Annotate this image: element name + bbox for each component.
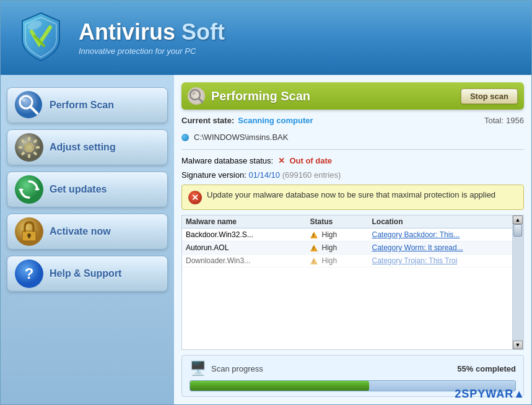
- total-value: 1956: [506, 116, 524, 125]
- out-of-date-text: Out of date: [289, 156, 332, 165]
- sidebar-item-adjust-setting[interactable]: Adjust setting: [7, 129, 168, 165]
- perform-scan-label: Perform Scan: [50, 100, 114, 111]
- header-text: Antivirus Soft Innovative protection for…: [79, 20, 225, 56]
- row2-name: Autorun.AOL: [186, 243, 310, 252]
- progress-bar-fill: [190, 381, 369, 391]
- progress-icon: 🖥️: [190, 360, 206, 377]
- app-window: – ✕: [0, 0, 532, 405]
- table-header: Malware name Status Location: [182, 216, 512, 229]
- help-icon: ?: [15, 259, 43, 288]
- table-row: Downloader.Win3... ! High Category Troja…: [182, 255, 512, 268]
- sig-version-row: Signature version: 01/14/10 (699160 entr…: [181, 170, 524, 180]
- app-logo: [13, 10, 69, 66]
- svg-rect-12: [28, 154, 30, 158]
- warning-box: ✕ Update your malware database now to be…: [181, 185, 524, 210]
- sidebar: Perform Scan: [1, 75, 174, 404]
- table-content: Malware name Status Location Backdoor.Wi…: [182, 216, 512, 349]
- divider-1: [181, 149, 524, 150]
- app-title: Antivirus Soft: [79, 20, 225, 45]
- get-updates-label: Get updates: [50, 184, 107, 195]
- row1-name: Backdoor.Win32.S...: [186, 230, 310, 239]
- row1-location[interactable]: Category Backdoor: This...: [372, 230, 497, 239]
- out-of-date-x: ✕: [278, 156, 285, 165]
- row3-location[interactable]: Category Trojan: This Troi: [372, 256, 497, 265]
- col-status: Status: [310, 217, 372, 226]
- scrollbar-down-btn[interactable]: ▼: [513, 341, 523, 349]
- scan-path-text: C:\WINDOWS\imsins.BAK: [194, 133, 288, 142]
- row2-location[interactable]: Category Worm: It spread...: [372, 243, 497, 252]
- activate-now-label: Activate now: [50, 226, 111, 237]
- gear-icon: [15, 133, 43, 162]
- current-state-value: Scanning computer: [238, 116, 313, 125]
- svg-text:?: ?: [25, 265, 34, 282]
- progress-label: Scan progress: [211, 364, 263, 373]
- sidebar-item-get-updates[interactable]: Get updates: [7, 172, 168, 207]
- progress-label-group: 🖥️ Scan progress: [190, 360, 263, 377]
- scan-path-row: C:\WINDOWS\imsins.BAK: [181, 131, 524, 143]
- table-row: Autorun.AOL ! High Category Worm: It spr…: [182, 242, 512, 255]
- current-state-row: Current state: Scanning computer Total: …: [181, 115, 524, 126]
- progress-percent-text: 55% completed: [457, 364, 516, 373]
- malware-db-status: Malware database status: ✕ Out of date: [181, 156, 524, 165]
- sig-version-value: 01/14/10: [248, 170, 280, 180]
- sig-entries: (699160 entries): [282, 170, 341, 180]
- row3-status: ! High: [310, 256, 372, 265]
- col-name: Malware name: [186, 217, 310, 226]
- scrollbar-up-btn[interactable]: ▲: [513, 216, 523, 224]
- adjust-setting-label: Adjust setting: [50, 142, 116, 153]
- sidebar-item-help-support[interactable]: ? Help & Support: [7, 256, 168, 292]
- watermark: 2SPYWAR▲: [455, 388, 525, 401]
- scan-path-indicator: [181, 134, 189, 141]
- svg-rect-8: [28, 137, 30, 141]
- main-content: Performing Scan Stop scan Current state:…: [174, 75, 531, 404]
- sidebar-item-perform-scan[interactable]: Perform Scan: [7, 87, 168, 123]
- current-state-label: Current state:: [181, 116, 234, 125]
- scan-bar-icon: [188, 87, 205, 105]
- app-header: Antivirus Soft Innovative protection for…: [1, 1, 531, 75]
- table-scrollbar[interactable]: ▲ ▼: [512, 216, 523, 349]
- magnifier-icon: [15, 91, 43, 120]
- row2-status: ! High: [310, 243, 372, 252]
- row3-name: Downloader.Win3...: [186, 256, 310, 265]
- malware-db-label: Malware database status:: [181, 156, 273, 165]
- svg-rect-10: [36, 146, 40, 149]
- refresh-icon: [15, 175, 43, 204]
- scan-title: Performing Scan: [211, 89, 461, 103]
- help-support-label: Help & Support: [50, 268, 121, 279]
- svg-rect-23: [28, 235, 30, 238]
- total-label: Total:: [484, 116, 504, 125]
- svg-point-4: [22, 98, 25, 102]
- sig-version-label: Signature version:: [181, 170, 246, 180]
- col-location: Location: [372, 217, 497, 226]
- svg-point-16: [25, 144, 33, 151]
- warning-text: Update your malware database now to be s…: [207, 190, 495, 199]
- sidebar-item-activate-now[interactable]: Activate now: [7, 214, 168, 250]
- progress-row: 🖥️ Scan progress 55% completed: [190, 360, 516, 377]
- svg-point-28: [193, 92, 196, 95]
- row1-status: ! High: [310, 230, 372, 239]
- lock-icon: [15, 217, 43, 246]
- table-row: Backdoor.Win32.S... ! High Category Back…: [182, 229, 512, 242]
- scrollbar-track: [513, 224, 523, 341]
- app-subtitle: Innovative protection for your PC: [79, 46, 225, 56]
- stop-scan-button[interactable]: Stop scan: [461, 89, 518, 104]
- svg-rect-14: [19, 146, 22, 149]
- warning-icon: ✕: [188, 191, 202, 204]
- scrollbar-thumb[interactable]: [513, 224, 522, 237]
- scan-status-bar: Performing Scan Stop scan: [181, 82, 524, 110]
- table-body: Backdoor.Win32.S... ! High Category Back…: [182, 229, 512, 268]
- malware-table: Malware name Status Location Backdoor.Wi…: [181, 215, 524, 350]
- svg-line-27: [199, 98, 203, 102]
